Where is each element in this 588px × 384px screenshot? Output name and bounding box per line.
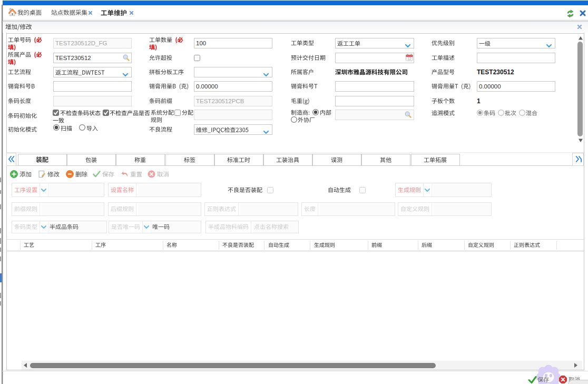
svg-text:12: 12 [407, 57, 411, 61]
